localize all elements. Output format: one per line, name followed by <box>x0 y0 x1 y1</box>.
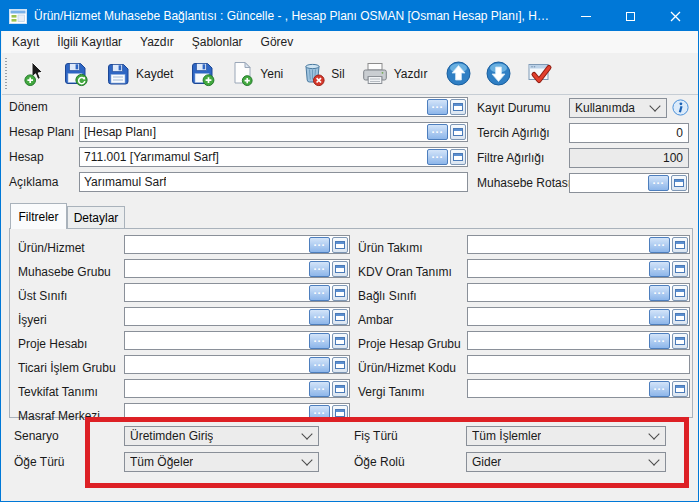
browse-ellipsis-icon[interactable]: ... <box>309 285 330 301</box>
browse-ellipsis-icon[interactable]: ... <box>427 149 448 165</box>
hesap-field[interactable]: 711.001 [Yarımamul Sarf] ... <box>79 147 468 167</box>
oge-rolu-label: Öğe Rolü <box>354 452 405 472</box>
print-button[interactable]: Yazdır <box>359 56 430 92</box>
new-button-label: Yeni <box>260 67 283 81</box>
detail-editor-icon[interactable] <box>672 381 688 397</box>
aciklama-field[interactable]: Yarımamul Sarf <box>79 172 468 192</box>
select-add-button[interactable] <box>21 56 51 92</box>
browse-ellipsis-icon[interactable]: ... <box>309 357 330 373</box>
browse-ellipsis-icon[interactable]: ... <box>309 405 330 421</box>
detail-editor-icon[interactable] <box>672 285 688 301</box>
browse-ellipsis-icon[interactable]: ... <box>649 285 670 301</box>
browse-ellipsis-icon[interactable]: ... <box>649 261 670 277</box>
menu-ilgili-kayitlar[interactable]: İlgili Kayıtlar <box>48 31 131 53</box>
browse-ellipsis-icon[interactable]: ... <box>427 124 448 140</box>
approve-button[interactable] <box>524 56 558 92</box>
tevkifat-tanimi-field[interactable]: ... <box>124 379 350 398</box>
detail-editor-icon[interactable] <box>672 237 688 253</box>
ambar-label: Ambar <box>358 310 393 329</box>
maximize-button[interactable] <box>608 1 653 31</box>
kayit-durumu-combo[interactable]: Kullanımda <box>569 98 667 118</box>
save-new-button[interactable] <box>187 56 218 92</box>
next-record-button[interactable] <box>483 56 514 92</box>
detail-editor-icon[interactable] <box>672 309 688 325</box>
fis-turu-combo[interactable]: Tüm İşlemler <box>466 426 666 446</box>
detail-editor-icon[interactable] <box>332 309 348 325</box>
detail-editor-icon[interactable] <box>332 357 348 373</box>
new-button[interactable]: Yeni <box>227 56 285 92</box>
detail-editor-icon[interactable] <box>450 149 466 165</box>
tab-filtreler[interactable]: Filtreler <box>10 203 67 229</box>
browse-ellipsis-icon[interactable]: ... <box>309 237 330 253</box>
browse-ellipsis-icon[interactable]: ... <box>649 333 670 349</box>
oge-turu-combo[interactable]: Tüm Öğeler <box>124 452 319 472</box>
tab-detaylar[interactable]: Detaylar <box>67 206 125 229</box>
ticari-islem-grubu-field[interactable]: ... <box>124 355 350 374</box>
menu-gorev[interactable]: Görev <box>252 31 303 53</box>
browse-ellipsis-icon[interactable]: ... <box>309 381 330 397</box>
isyeri-label: İşyeri <box>18 310 47 329</box>
menu-sablonlar[interactable]: Şablonlar <box>183 31 252 53</box>
browse-ellipsis-icon[interactable]: ... <box>649 309 670 325</box>
detail-editor-icon[interactable] <box>672 261 688 277</box>
muhasebe-grubu-field[interactable]: ... <box>124 259 350 278</box>
urun-hizmet-field[interactable]: ... <box>124 235 350 254</box>
browse-ellipsis-icon[interactable]: ... <box>648 175 669 191</box>
detail-editor-icon[interactable] <box>332 405 348 421</box>
save-refresh-button[interactable] <box>60 56 91 92</box>
detail-editor-icon[interactable] <box>332 237 348 253</box>
browse-ellipsis-icon[interactable]: ... <box>309 309 330 325</box>
minimize-button[interactable] <box>563 1 608 31</box>
kdv-oran-tanimi-label: KDV Oran Tanımı <box>358 262 452 281</box>
hesap-plani-field[interactable]: [Hesap Planı] ... <box>79 122 468 142</box>
toolbar-grip[interactable] <box>5 58 7 90</box>
urun-takimi-field[interactable]: ... <box>467 235 690 254</box>
chevron-down-icon <box>648 428 659 439</box>
masraf-merkezi-field[interactable]: ... <box>124 403 350 422</box>
info-icon[interactable] <box>672 99 689 116</box>
ticari-islem-grubu-label: Ticari İşlem Grubu <box>18 358 116 377</box>
proje-hesabi-field[interactable]: ... <box>124 331 350 350</box>
browse-ellipsis-icon[interactable]: ... <box>649 381 670 397</box>
vergi-tanimi-field[interactable]: ... <box>467 379 690 398</box>
detail-editor-icon[interactable] <box>450 99 466 115</box>
menu-kayit[interactable]: Kayıt <box>2 31 48 53</box>
kdv-oran-tanimi-field[interactable]: ... <box>467 259 690 278</box>
ust-sinifi-field[interactable]: ... <box>124 283 350 302</box>
kayit-durumu-label: Kayıt Durumu <box>477 98 550 118</box>
senaryo-label: Senaryo <box>14 426 59 446</box>
detail-editor-icon[interactable] <box>332 381 348 397</box>
previous-record-button[interactable] <box>443 56 474 92</box>
detail-editor-icon[interactable] <box>450 124 466 140</box>
detail-editor-icon[interactable] <box>332 285 348 301</box>
oge-rolu-combo[interactable]: Gider <box>466 452 666 472</box>
isyeri-field[interactable]: ... <box>124 307 350 326</box>
proje-hesap-grubu-field[interactable]: ... <box>467 331 690 350</box>
toolbar: Kaydet Yeni <box>2 53 699 95</box>
aciklama-label: Açıklama <box>9 172 58 192</box>
browse-ellipsis-icon[interactable]: ... <box>649 237 670 253</box>
delete-button[interactable]: Sil <box>297 56 346 92</box>
ambar-field[interactable]: ... <box>467 307 690 326</box>
menu-yazdir[interactable]: Yazdır <box>131 31 183 53</box>
bagli-sinifi-field[interactable]: ... <box>467 283 690 302</box>
muhasebe-grubu-label: Muhasebe Grubu <box>18 262 111 281</box>
browse-ellipsis-icon[interactable]: ... <box>427 99 448 115</box>
browse-ellipsis-icon[interactable]: ... <box>309 333 330 349</box>
urun-hizmet-kodu-field[interactable] <box>467 355 690 374</box>
detail-editor-icon[interactable] <box>332 333 348 349</box>
senaryo-combo[interactable]: Üretimden Giriş <box>124 426 319 446</box>
detail-editor-icon[interactable] <box>332 261 348 277</box>
filtre-agirligi-value: 100 <box>663 151 683 165</box>
donem-label: Dönem <box>9 97 48 117</box>
minimize-icon <box>581 16 591 17</box>
kayit-durumu-value: Kullanımda <box>575 101 635 115</box>
donem-field[interactable]: ... <box>79 97 468 117</box>
muhasebe-rotasi-field[interactable]: ... <box>569 173 689 193</box>
detail-editor-icon[interactable] <box>672 333 688 349</box>
tercih-agirligi-field[interactable]: 0 <box>569 123 689 143</box>
detail-editor-icon[interactable] <box>671 175 687 191</box>
save-button[interactable]: Kaydet <box>103 56 175 92</box>
browse-ellipsis-icon[interactable]: ... <box>309 261 330 277</box>
close-button[interactable] <box>653 1 698 31</box>
